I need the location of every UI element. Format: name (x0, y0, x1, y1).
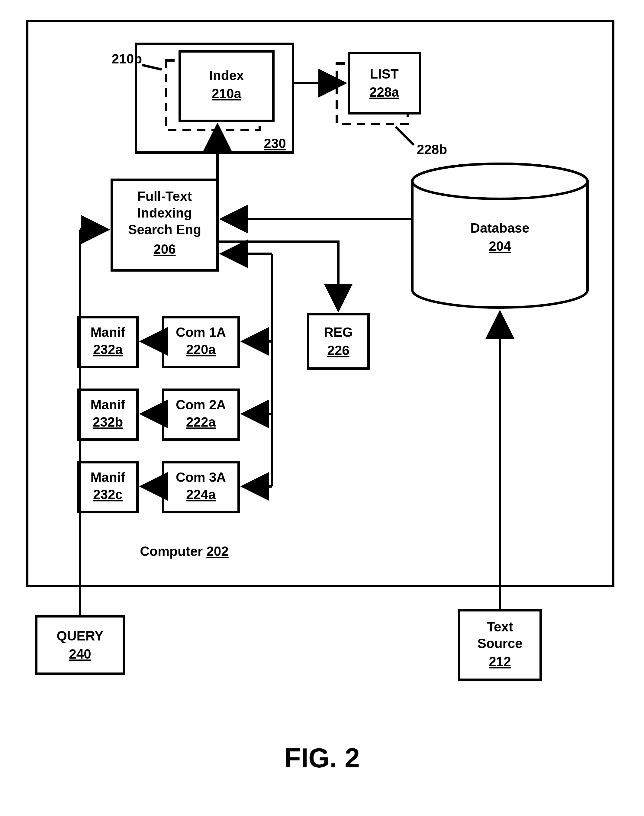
com-3-ref: 224a (186, 487, 216, 502)
computer-label: Computer 202 (140, 544, 228, 558)
text-source-l2: Source (477, 636, 522, 651)
list-label: LIST (370, 66, 399, 81)
com-1-label: Com 1A (176, 325, 226, 340)
manif-1-ref: 232a (93, 342, 123, 357)
list-box (349, 53, 420, 113)
list-ref: 228a (370, 84, 399, 100)
list-stack-ref: 228b (417, 142, 447, 157)
com-3-label: Com 3A (176, 470, 226, 485)
index-group-ref: 230 (264, 136, 286, 151)
reg-box (308, 314, 368, 368)
manif-3-ref: 232c (93, 487, 123, 502)
manif-1-label: Manif (90, 325, 125, 340)
reg-label: REG (324, 325, 353, 340)
index-label: Index (209, 68, 244, 83)
manif-2-ref: 232b (93, 414, 123, 429)
manif-3-label: Manif (90, 470, 125, 485)
database-ref: 204 (489, 239, 511, 253)
figure-label: FIG. 2 (284, 743, 360, 773)
engine-l2: Indexing (138, 206, 192, 220)
com-2-label: Com 2A (176, 397, 226, 412)
query-box (36, 616, 124, 674)
query-ref: 240 (69, 647, 91, 661)
query-label: QUERY (57, 628, 104, 643)
engine-l3: Search Eng (128, 222, 201, 237)
reg-ref: 226 (327, 343, 349, 358)
com-2-ref: 222a (186, 414, 216, 429)
manif-2-label: Manif (90, 397, 125, 412)
text-source-l1: Text (487, 619, 513, 634)
engine-ref: 206 (153, 242, 175, 256)
database-cylinder: Database 204 (412, 164, 587, 308)
engine-l1: Full-Text (138, 189, 192, 204)
diagram-svg: Index 210a 210b 230 LIST 228a 228b Full-… (0, 0, 644, 816)
index-ref: 210a (212, 86, 241, 101)
com-1-ref: 220a (186, 342, 216, 357)
index-stack-ref: 210b (112, 51, 142, 66)
text-source-ref: 212 (489, 654, 511, 669)
database-label: Database (470, 221, 529, 235)
